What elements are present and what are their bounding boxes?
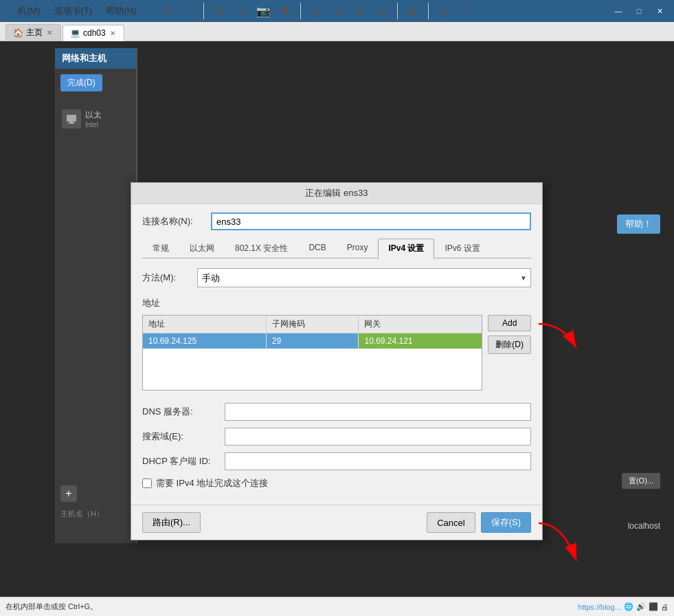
- tab-home-close[interactable]: ✕: [45, 28, 54, 37]
- hostname-label: 主机名（H）: [60, 509, 104, 519]
- add-button[interactable]: +: [60, 485, 77, 502]
- tab-ethernet[interactable]: 以太网: [179, 239, 225, 258]
- col-gateway: 网关: [359, 316, 482, 333]
- dhcp-input[interactable]: [225, 452, 531, 470]
- connection-name-label: 连接名称(N):: [142, 215, 211, 228]
- close-button[interactable]: ✕: [651, 4, 669, 18]
- checkbox-row: 需要 IPv4 地址完成这个连接: [142, 477, 531, 490]
- config-button[interactable]: 置(O)...: [622, 473, 660, 489]
- network-panel-bg: 网络和主机 完成(D) 以太 Intel + 主机名（H）: [55, 48, 137, 543]
- terminal-icon[interactable]: ▶: [403, 1, 423, 21]
- dhcp-row: DHCP 客户端 ID:: [142, 452, 531, 470]
- device-icon: [62, 109, 81, 129]
- route-button[interactable]: 路由(R)...: [142, 512, 201, 533]
- status-icons: https://blog... 🌐 🔊 ⬛ 🖨: [578, 602, 669, 611]
- resize-icon[interactable]: ⊞: [350, 1, 370, 21]
- dns-input[interactable]: [225, 403, 531, 421]
- address-table-container: 地址 子网掩码 网关 10.69.24.125 29 10.69.24.121: [142, 315, 482, 390]
- vm-icon[interactable]: ⊟: [434, 1, 453, 21]
- cell-gateway: 10.69.24.121: [359, 333, 482, 349]
- dialog-actions: Cancel 保存(S): [427, 512, 531, 533]
- tab-general[interactable]: 常规: [142, 239, 179, 258]
- tab-ipv6[interactable]: IPv6 设置: [434, 239, 490, 258]
- col-address: 地址: [143, 316, 266, 333]
- menu-bar: 机(M) 选项卡(T) 帮助(H): [14, 3, 140, 19]
- dialog-edit-ens33: 正在编辑 ens33 连接名称(N): 常规 以太网 802.1X 安全性 DC…: [131, 182, 543, 540]
- search-input[interactable]: [225, 428, 531, 446]
- search-row: 搜索域(E):: [142, 428, 531, 446]
- svg-rect-2: [68, 123, 75, 124]
- add-address-button[interactable]: Add: [488, 315, 531, 331]
- pause-icon[interactable]: ⏸: [157, 1, 176, 21]
- menu-help[interactable]: 帮助(H): [102, 3, 140, 19]
- address-row[interactable]: 10.69.24.125 29 10.69.24.121: [143, 333, 482, 349]
- sound-icon: 🔊: [636, 602, 646, 611]
- checkbox-label: 需要 IPv4 地址完成这个连接: [156, 477, 268, 490]
- cell-subnet: 29: [266, 333, 359, 349]
- dropdown-icon[interactable]: ▼: [179, 1, 198, 21]
- tab-ipv4[interactable]: IPv4 设置: [378, 239, 434, 258]
- title-bar: 机(M) 选项卡(T) 帮助(H) ⏸ ▼ 🖥 ↺ 📷 ⏺ ⊡ ⧉ ⊞ ⊟ ▶ …: [0, 0, 674, 22]
- status-text: 在机内部单击或按 Ctrl+G。: [5, 602, 98, 612]
- vm-dropdown-icon[interactable]: ▼: [456, 1, 475, 21]
- arrow-1: [535, 320, 583, 362]
- tab-home[interactable]: 🏠 主页 ✕: [5, 24, 61, 41]
- menu-machine[interactable]: 机(M): [14, 3, 45, 19]
- window-controls: — □ ✕: [609, 4, 669, 18]
- record-icon[interactable]: ⏺: [276, 1, 295, 21]
- save-button[interactable]: 保存(S): [481, 512, 531, 533]
- tab-home-label: 主页: [26, 27, 43, 38]
- separator-2: [300, 3, 301, 19]
- connection-name-input[interactable]: [211, 212, 531, 230]
- svg-rect-0: [67, 115, 76, 122]
- separator-1: [203, 3, 204, 19]
- device-sublabel: Intel: [85, 121, 102, 129]
- address-section-title: 地址: [142, 297, 531, 309]
- snapshot-icon[interactable]: 📷: [254, 1, 273, 21]
- tab-cdh03-close[interactable]: ✕: [109, 29, 117, 38]
- minimize-button[interactable]: —: [609, 4, 627, 18]
- usb-icon: ⬛: [649, 602, 658, 611]
- window-icon[interactable]: ⧉: [328, 1, 348, 21]
- tab-cdh03[interactable]: 💻 cdh03 ✕: [63, 25, 124, 41]
- tab-bar: 🏠 主页 ✕ 💻 cdh03 ✕: [0, 22, 674, 41]
- dialog-title: 正在编辑 ens33: [131, 183, 542, 204]
- device-label: 以太: [85, 109, 102, 121]
- device-item[interactable]: 以太 Intel: [55, 102, 136, 135]
- dialog-content: 连接名称(N): 常规 以太网 802.1X 安全性 DCB Proxy IPv…: [131, 204, 542, 505]
- method-select-wrapper: 手动 自动(DHCP) 仅链接本地 共享到其他计算机 禁用 ▼: [197, 268, 531, 287]
- bottom-bar: 在机内部单击或按 Ctrl+G。 https://blog... 🌐 🔊 ⬛ 🖨: [0, 597, 674, 616]
- address-empty-row: [143, 349, 482, 390]
- menu-tabs[interactable]: 选项卡(T): [50, 3, 97, 19]
- svg-rect-1: [69, 122, 74, 123]
- complete-button[interactable]: 完成(D): [60, 74, 102, 91]
- cancel-button[interactable]: Cancel: [427, 512, 475, 533]
- tab-proxy[interactable]: Proxy: [337, 239, 379, 258]
- method-row: 方法(M): 手动 自动(DHCP) 仅链接本地 共享到其他计算机 禁用 ▼: [142, 268, 531, 287]
- search-label: 搜索域(E):: [142, 430, 225, 443]
- panel-title: 网络和主机: [55, 48, 136, 69]
- ipv4-required-checkbox[interactable]: [142, 478, 152, 488]
- display-icon[interactable]: 🖥: [210, 1, 229, 21]
- refresh-icon[interactable]: ↺: [232, 1, 251, 21]
- title-bar-left: 机(M) 选项卡(T) 帮助(H): [5, 3, 148, 19]
- arrow-2: [535, 520, 583, 575]
- maximize-button[interactable]: □: [630, 4, 648, 18]
- address-table: 地址 子网掩码 网关 10.69.24.125 29 10.69.24.121: [143, 316, 482, 390]
- fullscreen-icon[interactable]: ⊡: [306, 1, 326, 21]
- address-actions: Add 删除(D): [488, 315, 531, 396]
- tab-security[interactable]: 802.1X 安全性: [225, 239, 298, 258]
- delete-address-button[interactable]: 删除(D): [488, 336, 531, 354]
- tab-cdh03-label: cdh03: [83, 28, 106, 38]
- tab-dcb[interactable]: DCB: [298, 239, 336, 258]
- method-select[interactable]: 手动 自动(DHCP) 仅链接本地 共享到其他计算机 禁用: [197, 268, 531, 287]
- connection-name-row: 连接名称(N):: [142, 212, 531, 230]
- help-button[interactable]: 帮助！: [617, 214, 660, 234]
- address-section: 地址 子网掩码 网关 10.69.24.125 29 10.69.24.121: [142, 315, 531, 396]
- network-icon: 🌐: [624, 602, 633, 611]
- dhcp-label: DHCP 客户端 ID:: [142, 455, 225, 468]
- cell-address: 10.69.24.125: [143, 333, 266, 349]
- add-button-wrapper: +: [60, 485, 77, 502]
- settings-icon[interactable]: ⊟: [372, 1, 392, 21]
- method-label: 方法(M):: [142, 272, 197, 284]
